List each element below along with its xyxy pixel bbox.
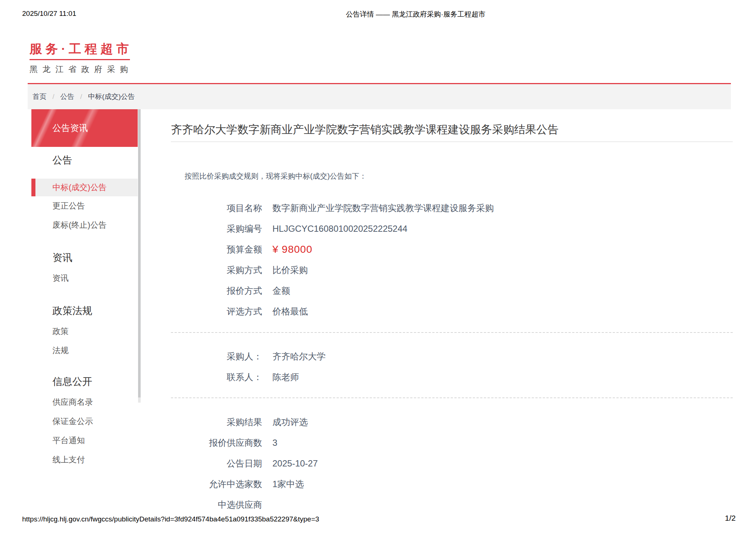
sidebar-scrollbar-thumb[interactable] bbox=[138, 109, 141, 397]
title-divider bbox=[171, 141, 733, 142]
sidebar-item-deposit-publicity[interactable]: 保证金公示 bbox=[31, 412, 138, 431]
field-row-contact: 联系人： 陈老师 bbox=[171, 367, 733, 387]
sidebar-header: 公告资讯 bbox=[31, 109, 138, 147]
breadcrumb-separator: / bbox=[52, 93, 54, 101]
field-value: 成功评选 bbox=[272, 416, 308, 428]
field-row-quote-method: 报价方式 金额 bbox=[171, 280, 733, 301]
field-row-result: 采购结果 成功评选 bbox=[171, 412, 733, 433]
sidebar-item-policy[interactable]: 政策 bbox=[31, 322, 138, 341]
breadcrumb-home[interactable]: 首页 bbox=[32, 92, 47, 101]
field-row-announcement-date: 公告日期 2025-10-27 bbox=[171, 453, 733, 474]
sidebar-item-correction-announcements[interactable]: 更正公告 bbox=[31, 196, 138, 216]
breadcrumb-separator: / bbox=[80, 93, 82, 101]
breadcrumb: 首页 / 公告 / 中标(成交)公告 bbox=[28, 84, 731, 109]
field-row-procurement-number: 采购编号 HLJGCYC1608010020252225244 bbox=[171, 218, 733, 239]
sidebar-section-announcements: 公告 bbox=[31, 152, 138, 168]
announcement-title: 齐齐哈尔大学数字新商业产业学院数字营销实践教学课程建设服务采购结果公告 bbox=[171, 122, 733, 137]
field-label: 公告日期 bbox=[171, 458, 262, 469]
field-value: 数字新商业产业学院数字营销实践教学课程建设服务采购 bbox=[272, 202, 494, 214]
field-row-budget-amount: 预算金额 ¥ 98000 bbox=[171, 239, 733, 260]
field-row-supplier-count: 报价供应商数 3 bbox=[171, 433, 733, 453]
sidebar-section-news: 资讯 bbox=[31, 249, 138, 266]
sidebar-item-supplier-directory[interactable]: 供应商名录 bbox=[31, 393, 138, 412]
breadcrumb-announcements[interactable]: 公告 bbox=[60, 92, 74, 101]
field-label: 评选方式 bbox=[171, 306, 262, 317]
print-datetime: 2025/10/27 11:01 bbox=[22, 10, 76, 18]
field-label: 采购编号 bbox=[171, 223, 262, 235]
page: 2025/10/27 11:01 公告详情 —— 黑龙江政府采购·服务工程超市 … bbox=[0, 0, 756, 534]
sidebar-item-news[interactable]: 资讯 bbox=[31, 269, 138, 288]
field-row-allowed-winners: 允许中选家数 1家中选 bbox=[171, 474, 733, 495]
site-logo-subtitle: 黑龙江省政府采购 bbox=[30, 64, 133, 75]
announcement-detail: 齐齐哈尔大学数字新商业产业学院数字营销实践教学课程建设服务采购结果公告 按照比价… bbox=[171, 122, 733, 515]
field-value: 齐齐哈尔大学 bbox=[272, 351, 326, 362]
sidebar-item-award-announcements[interactable]: 中标(成交)公告 bbox=[31, 179, 138, 196]
breadcrumb-current: 中标(成交)公告 bbox=[88, 92, 135, 101]
field-label: 项目名称 bbox=[171, 202, 262, 214]
field-row-project-name: 项目名称 数字新商业产业学院数字营销实践教学课程建设服务采购 bbox=[171, 198, 733, 218]
field-group-project: 项目名称 数字新商业产业学院数字营销实践教学课程建设服务采购 采购编号 HLJG… bbox=[171, 198, 733, 322]
sidebar: 公告资讯 公告 中标(成交)公告 更正公告 废标(终止)公告 资讯 资讯 政策法… bbox=[31, 109, 138, 469]
announcement-intro: 按照比价采购成交规则，现将采购中标(成交)公告如下： bbox=[171, 171, 733, 181]
field-label: 采购结果 bbox=[171, 416, 262, 428]
field-group-result: 采购结果 成功评选 报价供应商数 3 公告日期 2025-10-27 允许中选家… bbox=[171, 412, 733, 515]
field-row-procurement-method: 采购方式 比价采购 bbox=[171, 260, 733, 280]
logo-underline bbox=[30, 59, 130, 60]
field-value: 3 bbox=[272, 438, 277, 448]
sidebar-section-policies: 政策法规 bbox=[31, 303, 138, 319]
field-row-evaluation-method: 评选方式 价格最低 bbox=[171, 301, 733, 322]
field-value: 比价采购 bbox=[272, 264, 308, 276]
sidebar-item-cancelled-announcements[interactable]: 废标(终止)公告 bbox=[31, 216, 138, 235]
sidebar-item-online-payment[interactable]: 线上支付 bbox=[31, 450, 138, 469]
print-source-url: https://hljcg.hlj.gov.cn/fwgccs/publicit… bbox=[22, 515, 319, 523]
section-divider bbox=[171, 332, 733, 333]
field-row-winning-supplier: 中选供应商 bbox=[171, 495, 733, 515]
print-page-number: 1/2 bbox=[725, 514, 736, 523]
field-label: 允许中选家数 bbox=[171, 478, 262, 490]
field-value: 价格最低 bbox=[272, 306, 308, 317]
sidebar-scrollbar-track bbox=[138, 397, 141, 403]
field-group-buyer: 采购人： 齐齐哈尔大学 联系人： 陈老师 bbox=[171, 346, 733, 387]
field-row-buyer: 采购人： 齐齐哈尔大学 bbox=[171, 346, 733, 367]
field-label: 采购方式 bbox=[171, 264, 262, 276]
field-label: 中选供应商 bbox=[171, 499, 262, 511]
site-logo-title: 服务·工程超市 bbox=[30, 41, 133, 57]
sidebar-item-platform-notices[interactable]: 平台通知 bbox=[31, 431, 138, 450]
field-value: 2025-10-27 bbox=[272, 458, 318, 469]
field-value: HLJGCYC1608010020252225244 bbox=[272, 224, 408, 234]
field-label: 报价供应商数 bbox=[171, 437, 262, 449]
print-page-title: 公告详情 —— 黑龙江政府采购·服务工程超市 bbox=[346, 10, 485, 19]
budget-amount-value: ¥ 98000 bbox=[272, 244, 312, 255]
field-label: 预算金额 bbox=[171, 244, 262, 255]
sidebar-section-disclosure: 信息公开 bbox=[31, 373, 138, 390]
field-value: 陈老师 bbox=[272, 371, 299, 383]
field-label: 报价方式 bbox=[171, 285, 262, 297]
sidebar-header-label: 公告资讯 bbox=[52, 122, 88, 134]
field-label: 采购人： bbox=[171, 351, 262, 362]
field-label: 联系人： bbox=[171, 371, 262, 383]
site-logo[interactable]: 服务·工程超市 黑龙江省政府采购 bbox=[30, 41, 133, 75]
section-divider bbox=[171, 397, 733, 398]
field-value: 1家中选 bbox=[272, 478, 304, 490]
field-value: 金额 bbox=[272, 285, 290, 297]
sidebar-item-regulations[interactable]: 法规 bbox=[31, 341, 138, 360]
